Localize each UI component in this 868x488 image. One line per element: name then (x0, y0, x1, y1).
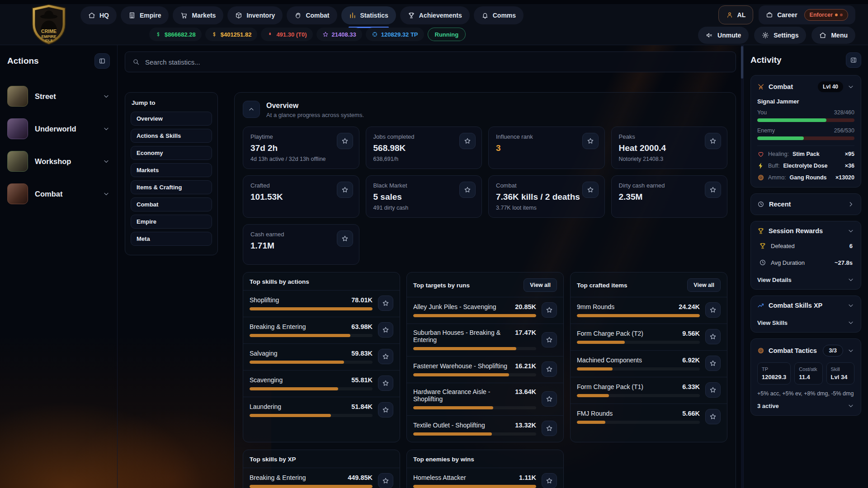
sidebar-item-workshop[interactable]: Workshop (7, 151, 110, 172)
view-all-button[interactable]: View all (687, 278, 721, 292)
combat-card-header[interactable]: Combat Lvl 40 (757, 81, 854, 92)
favorite-star-button[interactable] (705, 182, 721, 198)
unmute-button[interactable]: Unmute (698, 27, 749, 44)
nav-tab-statistics[interactable]: Statistics (341, 6, 396, 24)
favorite-star-button[interactable] (378, 322, 393, 338)
currency-bank-cash: $401251.82 (205, 28, 258, 41)
list-row: Alley Junk Piles - Scavenging 20.85K (407, 297, 563, 324)
profile-button[interactable]: AL (718, 5, 754, 24)
chevron-down-icon (103, 190, 110, 197)
box-icon (235, 12, 242, 19)
list-row: Fastener Warehouse - Shoplifting 16.21K (407, 356, 563, 383)
favorite-star-button[interactable] (705, 382, 721, 398)
sidebar-item-combat[interactable]: Combat (7, 183, 110, 204)
collapse-activity-button[interactable] (846, 52, 861, 68)
favorite-star-button[interactable] (459, 133, 476, 149)
chevron-down-icon[interactable] (847, 302, 854, 309)
enemy-label: Enemy (757, 127, 775, 134)
session-rewards-header[interactable]: Session Rewards (757, 227, 854, 235)
recent-card[interactable]: Recent (750, 193, 861, 215)
jump-to-markets[interactable]: Markets (131, 163, 212, 177)
running-status-badge: Running (428, 28, 466, 41)
sidebar-item-underworld[interactable]: Underworld (7, 118, 110, 139)
menu-button[interactable]: Menu (811, 27, 855, 44)
career-label: Career (777, 11, 797, 19)
list-row: Form Charge Pack (T2) 9.56K (571, 324, 727, 350)
collapse-overview-button[interactable] (243, 101, 260, 118)
favorite-star-button[interactable] (459, 182, 476, 198)
combat-tactics-title: Combat Tactics (769, 347, 819, 354)
favorite-star-button[interactable] (542, 361, 557, 377)
you-label: You (757, 109, 767, 116)
nav-tab-achievements[interactable]: Achievements (400, 6, 470, 24)
sidebar-item-street[interactable]: Street (7, 86, 110, 107)
enforcer-label: Enforcer (810, 12, 833, 18)
favorite-star-button[interactable] (378, 402, 393, 418)
favorite-star-button[interactable] (542, 332, 557, 347)
favorite-star-button[interactable] (705, 356, 721, 371)
favorite-star-button[interactable] (705, 302, 721, 318)
jump-to-actions-skills[interactable]: Actions & Skills (131, 129, 212, 143)
view-skills-button[interactable]: View Skills (757, 319, 854, 326)
logo: CRIME EMPIRE IDLE (26, 4, 71, 45)
favorite-star-button[interactable] (378, 375, 393, 391)
bolt-icon (757, 162, 764, 169)
favorite-star-button[interactable] (542, 421, 557, 436)
collapse-sidebar-button[interactable] (94, 53, 110, 69)
enemy-name: Signal Jammer (757, 98, 854, 105)
active-tactics-button[interactable]: 3 active (757, 402, 854, 409)
header-right: AL Career Enforcer (718, 5, 855, 24)
career-button[interactable]: Career Enforcer (759, 5, 855, 24)
jump-to-items-crafting[interactable]: Items & Crafting (131, 180, 212, 194)
favorite-star-button[interactable] (378, 296, 393, 311)
view-details-button[interactable]: View Details (757, 276, 854, 283)
list-panel-top-enemies-by-wins: Top enemies by wins Homeless Attacker 1.… (406, 450, 564, 488)
nav-tab-comms[interactable]: Comms (474, 6, 524, 24)
favorite-star-button[interactable] (705, 329, 721, 344)
session-row-defeated: Defeated 6 (757, 237, 854, 254)
favorite-star-button[interactable] (337, 133, 353, 149)
favorite-star-button[interactable] (542, 473, 557, 488)
jump-to-combat[interactable]: Combat (131, 197, 212, 211)
chevron-down-icon[interactable] (847, 83, 854, 90)
jump-to-meta[interactable]: Meta (131, 232, 212, 246)
favorite-star-button[interactable] (582, 133, 599, 149)
scrollbar-thumb[interactable] (741, 46, 743, 79)
favorite-star-button[interactable] (337, 182, 353, 198)
favorite-star-button[interactable] (378, 473, 393, 488)
favorite-star-button[interactable] (705, 409, 721, 424)
nav-tab-inventory[interactable]: Inventory (227, 6, 283, 24)
divider (757, 145, 854, 146)
favorite-star-button[interactable] (337, 230, 353, 247)
nav-tab-combat[interactable]: Combat (287, 6, 337, 24)
tactics-count-badge: 3/3 (823, 345, 843, 357)
chevron-down-icon[interactable] (847, 227, 854, 235)
session-rewards-title: Session Rewards (769, 227, 843, 235)
person-icon (726, 11, 733, 19)
jump-to-overview[interactable]: Overview (131, 112, 212, 126)
combat-skills-xp-header[interactable]: Combat Skills XP (757, 302, 854, 309)
combat-tactics-header[interactable]: Combat Tactics 3/3 (757, 345, 854, 357)
nav-tab-empire[interactable]: Empire (121, 6, 169, 24)
view-all-button[interactable]: View all (524, 278, 557, 292)
settings-button[interactable]: Settings (754, 27, 806, 44)
favorite-star-button[interactable] (582, 182, 599, 198)
jump-to-economy[interactable]: Economy (131, 146, 212, 160)
jump-to-empire[interactable]: Empire (131, 215, 212, 229)
overview-subtitle: At a glance progress across systems. (266, 112, 364, 118)
scrollbar[interactable] (741, 45, 743, 488)
actions-title: Actions (7, 56, 39, 66)
trophy-icon (408, 12, 415, 19)
clock-icon (759, 259, 766, 266)
favorite-star-button[interactable] (705, 133, 721, 149)
search-bar[interactable] (125, 52, 736, 72)
favorite-star-button[interactable] (542, 302, 557, 318)
progress-bar (250, 414, 373, 417)
nav-tab-markets[interactable]: Markets (173, 6, 223, 24)
favorite-star-button[interactable] (542, 391, 557, 407)
search-input[interactable] (145, 58, 728, 66)
favorite-star-button[interactable] (378, 349, 393, 364)
chevron-down-icon[interactable] (847, 347, 854, 354)
building-icon (128, 12, 136, 19)
nav-tab-hq[interactable]: HQ (80, 6, 117, 24)
